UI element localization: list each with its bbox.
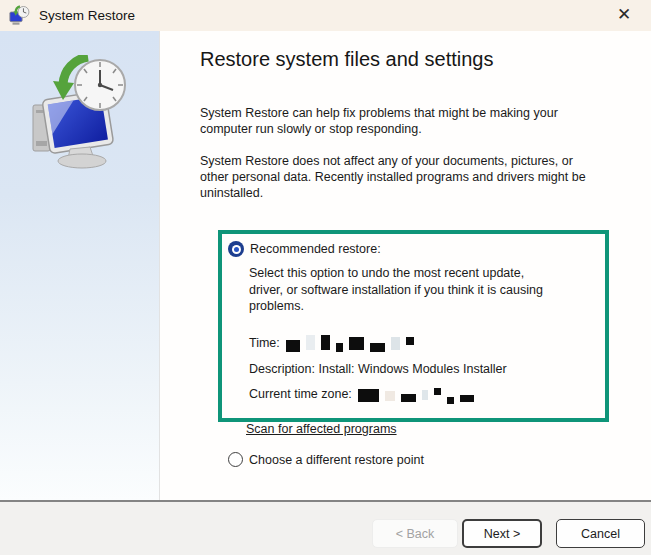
close-icon[interactable]: ✕ (612, 3, 636, 27)
recommended-restore-description: Select this option to undo the most rece… (249, 265, 601, 315)
recommended-restore-label[interactable]: Recommended restore: (250, 242, 381, 256)
page-title: Restore system files and settings (200, 48, 493, 71)
time-label: Time: (249, 336, 280, 350)
radio-unselected-icon[interactable] (228, 452, 243, 467)
cancel-button[interactable]: Cancel (556, 519, 645, 548)
restore-point-description: Description: Install: Windows Modules In… (249, 362, 507, 376)
sidebar (0, 31, 160, 500)
intro-paragraph-1: System Restore can help fix problems tha… (200, 105, 620, 137)
system-restore-titlebar-icon (9, 5, 30, 26)
scan-for-affected-programs-link[interactable]: Scan for affected programs (246, 422, 397, 436)
timezone-label: Current time zone: (249, 387, 352, 401)
radio-selected-icon[interactable] (228, 241, 244, 257)
restore-point-time-row: Time: (249, 335, 420, 350)
system-restore-icon (30, 55, 130, 170)
choose-different-restore-point-option[interactable]: Choose a different restore point (228, 452, 424, 467)
footer-button-bar: < Back Next > Cancel (0, 500, 651, 555)
back-button[interactable]: < Back (372, 519, 458, 548)
recommended-restore-option[interactable]: Recommended restore: (228, 241, 381, 257)
intro-paragraph-2: System Restore does not affect any of yo… (200, 153, 630, 201)
title-bar: System Restore ✕ (0, 0, 651, 31)
redacted-timezone-value (358, 388, 480, 401)
next-button[interactable]: Next > (462, 519, 542, 548)
main-content: Restore system files and settings System… (160, 31, 651, 500)
current-timezone-row: Current time zone: (249, 387, 480, 401)
restore-point-description-row: Description: Install: Windows Modules In… (249, 362, 507, 376)
system-restore-window: System Restore ✕ (0, 0, 651, 555)
window-title: System Restore (39, 8, 135, 23)
recommended-restore-highlight-box: Recommended restore: Select this option … (218, 230, 609, 422)
choose-different-restore-point-label[interactable]: Choose a different restore point (249, 453, 424, 467)
redacted-time-value (286, 335, 420, 350)
